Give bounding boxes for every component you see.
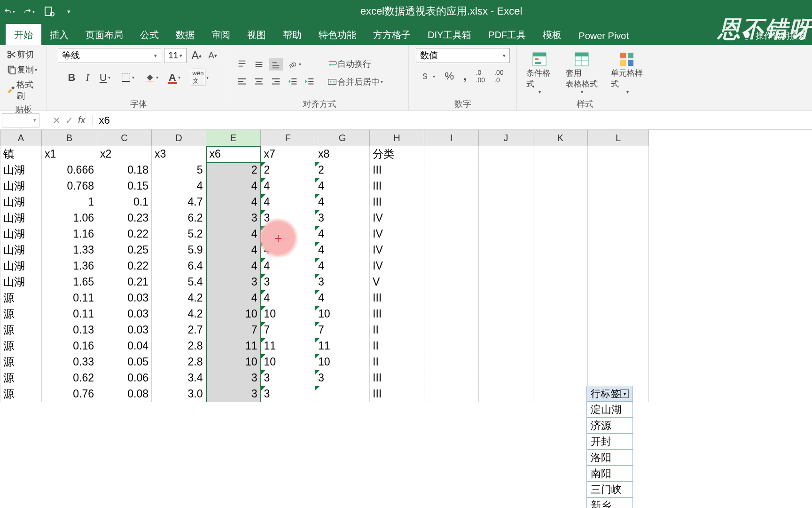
- col-header-L[interactable]: L: [588, 130, 649, 146]
- worksheet-grid[interactable]: A B C D E F G H I J K L 镇 x1 x2 x3 x6 x7…: [0, 130, 812, 402]
- border-button[interactable]: ▾: [119, 71, 136, 84]
- format-painter-button[interactable]: 格式刷: [5, 78, 42, 103]
- tab-data[interactable]: 数据: [167, 24, 203, 45]
- pivot-rowlabel-header[interactable]: 行标签▾: [586, 386, 633, 402]
- col-header-B[interactable]: B: [42, 130, 97, 146]
- bold-button[interactable]: B: [66, 71, 78, 85]
- font-size-select[interactable]: 11▾: [164, 48, 187, 63]
- tab-review[interactable]: 审阅: [203, 24, 239, 45]
- table-row[interactable]: 源0.110.034.2101010III: [0, 306, 649, 322]
- accept-formula-button[interactable]: ✓: [65, 115, 73, 126]
- table-row[interactable]: 山湖1.060.236.2333IV: [0, 210, 649, 226]
- col-header-I[interactable]: I: [424, 130, 479, 146]
- table-row[interactable]: 山湖1.330.255.9444IV: [0, 242, 649, 258]
- increase-decimal-button[interactable]: .0.00: [474, 68, 487, 85]
- phonetic-button[interactable]: wén文▾: [189, 68, 211, 87]
- tab-formula[interactable]: 公式: [132, 24, 167, 45]
- tab-home[interactable]: 开始: [6, 24, 41, 45]
- pivot-row-item[interactable]: 淀山湖: [586, 402, 633, 418]
- number-format-select[interactable]: 数值▾: [416, 48, 510, 63]
- fill-color-button[interactable]: ▾: [143, 71, 160, 84]
- tab-template[interactable]: 模板: [534, 24, 570, 45]
- align-middle-button[interactable]: [252, 58, 266, 71]
- name-box[interactable]: ▾: [2, 113, 39, 127]
- wrap-text-button[interactable]: 自动换行: [325, 57, 385, 71]
- orientation-button[interactable]: ab▾: [286, 58, 303, 71]
- table-row[interactable]: 山湖10.14.7444III: [0, 194, 649, 210]
- tab-help[interactable]: 帮助: [274, 24, 310, 45]
- pivot-row-item[interactable]: 开封: [586, 434, 633, 450]
- tab-powerpivot[interactable]: Power Pivot: [570, 26, 637, 45]
- formula-input[interactable]: x6: [93, 114, 812, 127]
- align-right-button[interactable]: [269, 75, 283, 87]
- font-name-select[interactable]: 等线▾: [58, 48, 161, 63]
- tab-pdf[interactable]: PDF工具: [480, 24, 534, 45]
- col-header-D[interactable]: D: [152, 130, 206, 146]
- tab-squaregrid[interactable]: 方方格子: [365, 24, 419, 45]
- undo-button[interactable]: ▾: [4, 6, 15, 17]
- group-label-number: 数字: [414, 97, 512, 110]
- pivot-row-item[interactable]: 洛阳: [586, 450, 633, 466]
- qat-customize-button[interactable]: ▾: [63, 6, 74, 17]
- tab-special[interactable]: 特色功能: [310, 24, 365, 45]
- tab-diy[interactable]: DIY工具箱: [419, 24, 480, 45]
- tab-page-layout[interactable]: 页面布局: [77, 24, 132, 45]
- col-header-E[interactable]: E: [206, 130, 261, 146]
- percent-button[interactable]: %: [443, 69, 456, 83]
- filter-dropdown-icon[interactable]: ▾: [620, 389, 629, 398]
- tab-insert[interactable]: 插入: [41, 24, 77, 45]
- decrease-decimal-button[interactable]: .00.0: [492, 68, 505, 85]
- col-header-G[interactable]: G: [315, 130, 370, 146]
- pivot-row-item[interactable]: 济源: [586, 418, 633, 434]
- table-row[interactable]: 源0.110.034.2444III: [0, 290, 649, 306]
- col-header-H[interactable]: H: [370, 130, 424, 146]
- pivot-row-item[interactable]: 三门峡: [586, 482, 633, 498]
- col-header-A[interactable]: A: [0, 130, 42, 146]
- table-row[interactable]: 源0.130.032.7777II: [0, 322, 649, 338]
- copy-button[interactable]: 复制▾: [5, 63, 42, 76]
- table-row[interactable]: 源0.330.052.8101010II: [0, 354, 649, 370]
- pivot-rowlabels-panel: 行标签▾ 淀山湖济源开封洛阳南阳三门峡新乡许昌市郑州: [586, 386, 633, 508]
- cell-styles-button[interactable]: 单元格样式▾: [606, 49, 648, 96]
- cancel-formula-button[interactable]: ✕: [53, 115, 61, 126]
- indent-increase-button[interactable]: [303, 75, 317, 87]
- table-row[interactable]: 镇 x1 x2 x3 x6 x7 x8 分类: [0, 146, 649, 162]
- table-row[interactable]: 山湖1.160.225.2444IV: [0, 226, 649, 242]
- indent-decrease-button[interactable]: [286, 75, 300, 87]
- cut-button[interactable]: 剪切: [5, 48, 42, 61]
- decrease-font-button[interactable]: A▾: [206, 49, 219, 62]
- col-header-K[interactable]: K: [533, 130, 588, 146]
- comma-button[interactable]: ,: [461, 69, 468, 84]
- col-header-J[interactable]: J: [479, 130, 533, 146]
- table-row[interactable]: 山湖1.360.226.4444IV: [0, 258, 649, 274]
- svg-rect-18: [575, 53, 588, 56]
- pivot-row-item[interactable]: 新乡: [586, 498, 633, 508]
- tab-view[interactable]: 视图: [239, 24, 274, 45]
- increase-font-button[interactable]: A▴: [189, 48, 203, 63]
- col-header-F[interactable]: F: [261, 130, 315, 146]
- font-color-button[interactable]: A▾: [167, 71, 182, 85]
- print-preview-button[interactable]: [43, 6, 55, 17]
- underline-button[interactable]: U▾: [98, 71, 112, 85]
- table-row[interactable]: 源0.620.063.4333III: [0, 370, 649, 386]
- tell-me-search[interactable]: 操作说明搜索: [736, 26, 812, 45]
- align-left-button[interactable]: [235, 75, 249, 87]
- merge-center-button[interactable]: 合并后居中▾: [325, 75, 385, 88]
- table-row[interactable]: 源0.760.083.033III: [0, 386, 649, 402]
- align-top-button[interactable]: [235, 58, 249, 71]
- table-row[interactable]: 山湖0.7680.154444III: [0, 178, 649, 194]
- conditional-format-button[interactable]: 条件格式▾: [522, 49, 557, 96]
- col-header-C[interactable]: C: [97, 130, 152, 146]
- italic-button[interactable]: I: [84, 71, 91, 85]
- table-row[interactable]: 源0.160.042.8111111II: [0, 338, 649, 354]
- accounting-format-button[interactable]: $▾: [420, 70, 437, 82]
- table-row[interactable]: 山湖0.6660.185222III: [0, 162, 649, 178]
- align-center-button[interactable]: [252, 75, 266, 87]
- pivot-row-item[interactable]: 南阳: [586, 466, 633, 482]
- fx-button[interactable]: fx: [78, 115, 86, 126]
- align-bottom-button[interactable]: [269, 58, 283, 71]
- column-headers[interactable]: A B C D E F G H I J K L: [0, 130, 649, 146]
- table-format-button[interactable]: 套用 表格格式▾: [561, 49, 602, 96]
- table-row[interactable]: 山湖1.650.215.4333V: [0, 274, 649, 290]
- redo-button[interactable]: ▾: [23, 6, 35, 17]
